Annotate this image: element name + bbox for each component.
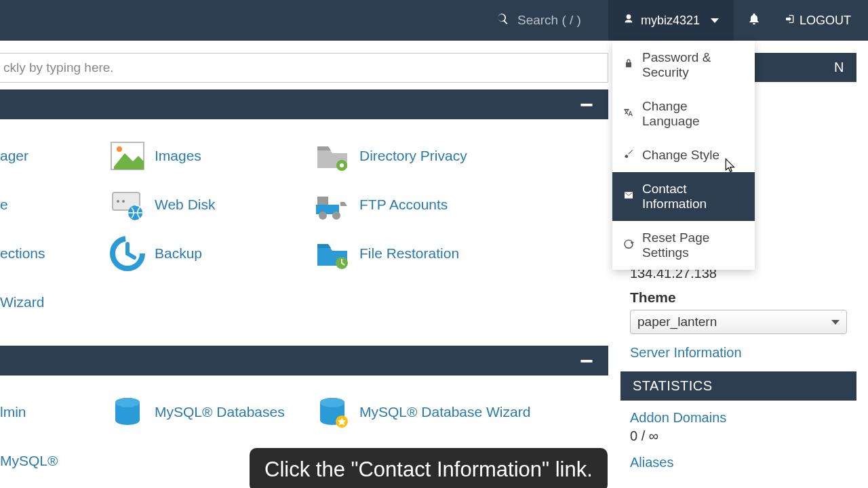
file-item-ftp-accounts[interactable]: FTP Accounts — [313, 186, 537, 224]
top-bar: Search ( / ) mybiz4321 LOGOUT — [0, 0, 868, 41]
backup-icon — [108, 235, 146, 272]
menu-label: Password & Security — [642, 50, 744, 80]
logout-label: LOGOUT — [800, 14, 851, 28]
web-disk-icon — [108, 186, 146, 224]
aliases-link[interactable]: Aliases — [630, 455, 847, 470]
menu-change-style[interactable]: Change Style — [612, 138, 755, 172]
db-item-mysql-databases[interactable]: MySQL® Databases — [108, 393, 313, 431]
menu-label: Contact Information — [642, 182, 744, 211]
quick-search-input[interactable]: ckly by typing here. — [0, 53, 608, 83]
menu-reset-page-settings[interactable]: Reset Page Settings — [612, 221, 755, 270]
db-item-partial[interactable]: lmin — [0, 404, 108, 420]
theme-value: paper_lantern — [637, 314, 717, 329]
language-icon — [623, 106, 634, 121]
addon-domains-link[interactable]: Addon Domains — [630, 410, 847, 426]
svg-point-18 — [320, 398, 344, 407]
bell-icon — [747, 16, 761, 29]
minus-icon: − — [580, 93, 593, 116]
file-item-file-restoration[interactable]: File Restoration — [313, 235, 537, 272]
quick-search-placeholder: ckly by typing here. — [3, 60, 114, 75]
statistics-header: STATISTICS — [620, 371, 856, 401]
menu-change-language[interactable]: Change Language — [612, 89, 755, 138]
user-menu-button[interactable]: mybiz4321 — [608, 0, 734, 41]
minus-icon: − — [580, 349, 593, 372]
search-placeholder: Search ( / ) — [517, 13, 581, 28]
svg-point-10 — [319, 211, 327, 220]
menu-label: Change Style — [642, 148, 719, 163]
svg-point-4 — [340, 163, 344, 167]
svg-point-11 — [332, 211, 340, 220]
theme-label: Theme — [630, 289, 847, 306]
tooltip-text: Click the "Contact Information" link. — [264, 458, 593, 481]
svg-point-7 — [122, 200, 125, 203]
db-item-partial[interactable]: MySQL® — [0, 453, 108, 469]
file-item-images[interactable]: Images — [108, 137, 313, 175]
file-item-web-disk[interactable]: Web Disk — [108, 186, 313, 224]
ftp-accounts-icon — [313, 186, 351, 224]
database-icon — [108, 393, 146, 431]
logout-button[interactable]: LOGOUT — [774, 14, 861, 28]
lock-icon — [623, 58, 634, 73]
svg-point-16 — [115, 398, 140, 407]
menu-label: Reset Page Settings — [642, 230, 744, 260]
caret-down-icon — [711, 18, 719, 23]
menu-contact-information[interactable]: Contact Information — [612, 172, 755, 221]
envelope-icon — [623, 189, 634, 204]
file-item-partial[interactable]: ections — [0, 245, 108, 262]
svg-rect-12 — [317, 197, 328, 205]
databases-panel-header[interactable]: − — [0, 346, 608, 375]
logout-icon — [785, 14, 795, 28]
file-restoration-icon — [313, 235, 351, 272]
db-item-mysql-wizard[interactable]: MySQL® Database Wizard — [313, 393, 537, 431]
username-label: mybiz4321 — [641, 14, 700, 28]
file-item-partial[interactable]: ager — [0, 148, 108, 164]
main-area: ckly by typing here. − ager Images Direc… — [0, 41, 620, 488]
file-item-partial[interactable]: e — [0, 197, 108, 213]
menu-password-security[interactable]: Password & Security — [612, 41, 755, 89]
search-icon — [496, 12, 509, 29]
svg-point-2 — [117, 146, 122, 152]
caret-down-icon — [831, 320, 840, 325]
brush-icon — [623, 148, 634, 163]
svg-point-6 — [117, 200, 119, 203]
theme-select[interactable]: paper_lantern — [630, 310, 847, 334]
notifications-button[interactable] — [734, 12, 774, 30]
file-item-partial[interactable]: Wizard — [0, 294, 108, 310]
directory-privacy-icon — [313, 137, 351, 175]
database-wizard-icon — [313, 393, 351, 431]
user-icon — [623, 14, 634, 28]
instruction-tooltip: Click the "Contact Information" link. — [250, 448, 608, 488]
search-wrap[interactable]: Search ( / ) — [496, 12, 581, 29]
menu-label: Change Language — [642, 99, 744, 129]
addon-domains-value: 0 / ∞ — [630, 428, 847, 444]
user-dropdown: Password & Security Change Language Chan… — [612, 41, 755, 270]
files-panel-header[interactable]: − — [0, 89, 608, 119]
files-panel-body: ager Images Directory Privacy e Web Disk… — [0, 119, 610, 346]
statistics-body: Addon Domains 0 / ∞ Aliases — [620, 401, 856, 481]
file-item-backup[interactable]: Backup — [108, 235, 313, 272]
images-icon — [108, 137, 146, 175]
file-item-directory-privacy[interactable]: Directory Privacy — [313, 137, 537, 175]
server-information-link[interactable]: Server Information — [630, 345, 847, 361]
refresh-icon — [623, 238, 634, 253]
